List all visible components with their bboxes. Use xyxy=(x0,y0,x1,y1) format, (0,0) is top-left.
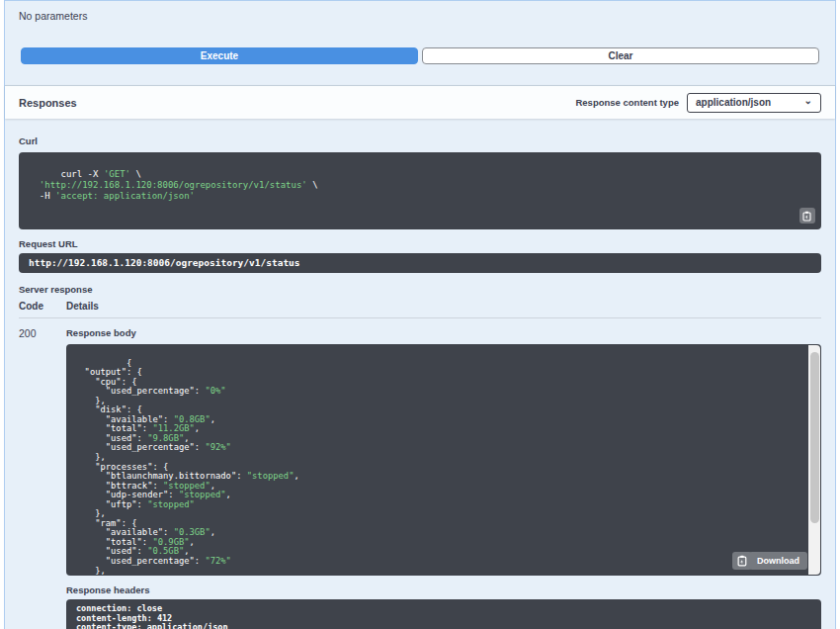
responses-section-header: Responses Response content type applicat… xyxy=(5,85,835,119)
response-details-cell: Response body { "output": { "cpu": { "us… xyxy=(66,327,821,629)
download-button[interactable]: Download xyxy=(749,552,807,570)
response-content-type-select[interactable]: application/json ⌄ xyxy=(687,93,821,113)
response-content-type-control: Response content type application/json ⌄ xyxy=(575,93,821,113)
response-headers-label: Response headers xyxy=(66,584,821,595)
code-column-header: Code xyxy=(19,301,66,312)
response-headers-block: connection: close content-length: 412 co… xyxy=(66,599,821,629)
response-body-block: { "output": { "cpu": { "used_percentage"… xyxy=(66,344,821,576)
curl-command-text: curl -X 'GET' \ 'http://192.168.1.120:80… xyxy=(29,169,318,201)
request-url-label: Request URL xyxy=(19,238,821,249)
responses-body: Curl curl -X 'GET' \ 'http://192.168.1.1… xyxy=(5,119,835,629)
curl-label: Curl xyxy=(19,135,38,146)
server-response-title: Server response xyxy=(19,284,821,295)
server-response-table-header: Code Details xyxy=(19,301,821,318)
scrollbar-thumb[interactable] xyxy=(810,352,819,523)
server-response-row: 200 Response body { "output": { "cpu": {… xyxy=(19,318,821,629)
clipboard-icon xyxy=(802,211,812,222)
no-parameters-label: No parameters xyxy=(5,1,835,38)
response-content-type-value: application/json xyxy=(696,97,771,108)
execute-button[interactable]: Execute xyxy=(21,47,418,64)
responses-title: Responses xyxy=(19,97,77,109)
clear-button[interactable]: Clear xyxy=(422,47,819,64)
response-body-json: { "output": { "cpu": { "used_percentage"… xyxy=(74,358,299,576)
operation-block: No parameters Execute Clear Responses Re… xyxy=(4,0,836,629)
chevron-down-icon: ⌄ xyxy=(804,95,812,106)
response-content-type-label: Response content type xyxy=(575,97,679,108)
copy-curl-button[interactable] xyxy=(799,208,815,224)
request-url-value: http://192.168.1.120:8006/ogrepository/v… xyxy=(19,253,821,273)
details-column-header: Details xyxy=(66,301,821,312)
response-body-scrollbar[interactable] xyxy=(808,345,820,575)
curl-command-block: curl -X 'GET' \ 'http://192.168.1.120:80… xyxy=(19,152,821,229)
status-code: 200 xyxy=(19,327,66,629)
clipboard-icon xyxy=(737,555,748,567)
response-body-label: Response body xyxy=(66,327,821,338)
execute-row: Execute Clear xyxy=(21,47,819,64)
